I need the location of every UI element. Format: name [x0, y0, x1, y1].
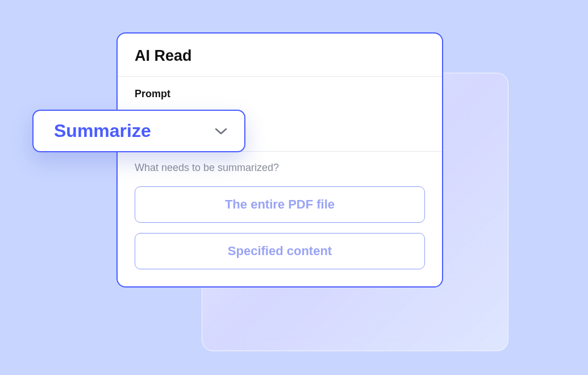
prompt-label: Prompt — [135, 88, 425, 100]
dropdown-selected-label: Summarize — [54, 120, 151, 141]
option-label: The entire PDF file — [225, 197, 335, 212]
panel-title: AI Read — [135, 47, 425, 65]
chevron-down-icon — [215, 125, 227, 138]
option-specified-content[interactable]: Specified content — [135, 233, 425, 269]
ai-read-panel: AI Read Prompt What needs to be summariz… — [116, 32, 443, 288]
panel-header: AI Read — [118, 34, 442, 77]
question-section: What needs to be summarized? The entire … — [118, 152, 442, 286]
option-label: Specified content — [228, 244, 332, 259]
question-text: What needs to be summarized? — [135, 162, 425, 174]
option-entire-pdf[interactable]: The entire PDF file — [135, 186, 425, 223]
summarize-dropdown[interactable]: Summarize — [32, 110, 245, 152]
